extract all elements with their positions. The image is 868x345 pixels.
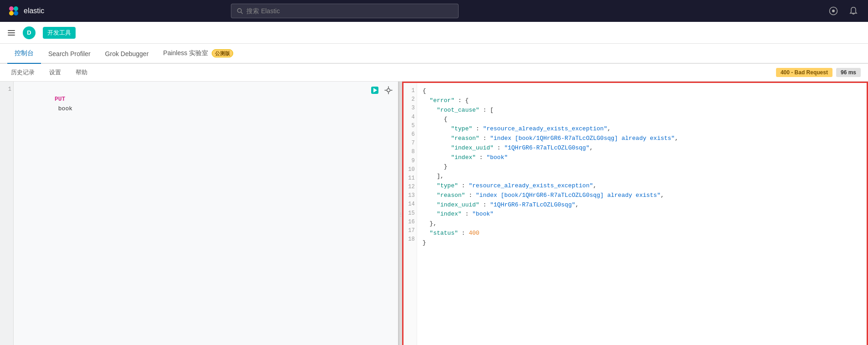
response-code-area: { "error" : { "root_cause" : [ { "type" … [417, 83, 867, 345]
toolbar-right: 400 - Bad Request 96 ms [776, 68, 861, 77]
top-nav: elastic [0, 0, 868, 22]
notification-nav-icon[interactable] [846, 4, 861, 18]
tab-console[interactable]: 控制台 [7, 44, 41, 64]
nav-icons [826, 4, 861, 18]
response-content: 123456789101112131415161718 { "error" : … [403, 83, 867, 345]
response-code-line: { [423, 87, 861, 96]
editor-panel: 1 PUT book [0, 82, 399, 345]
response-code-line: "index" : "book" [423, 210, 861, 219]
response-code-line: } [423, 162, 861, 172]
editor-code-area[interactable]: PUT book [14, 82, 398, 345]
tabs-bar: 控制台 Search Profiler Grok Debugger Painle… [0, 44, 868, 64]
response-code-line: "reason" : "index [book/1QHrGR6-R7aTLcOZ… [423, 134, 861, 144]
response-code-line: "error" : { [423, 96, 861, 106]
response-line-number: 1 [407, 87, 415, 95]
svg-point-0 [9, 6, 14, 11]
response-line-number: 6 [407, 130, 415, 139]
response-code-line: ], [423, 172, 861, 181]
status-badge: 400 - Bad Request [776, 68, 832, 77]
response-code-line: } [423, 238, 861, 248]
main-content: 1 PUT book [0, 82, 868, 345]
response-code-line: "reason" : "index [book/1QHrGR6-R7aTLcOZ… [423, 191, 861, 201]
svg-point-2 [9, 11, 14, 15]
response-line-number: 16 [407, 218, 415, 227]
dev-tools-button[interactable]: 开发工具 [43, 27, 76, 39]
response-code-line: "type" : "resource_already_exists_except… [423, 124, 861, 134]
response-line-number: 8 [407, 148, 415, 156]
response-line-numbers: 123456789101112131415161718 [403, 83, 417, 345]
editor-line-numbers: 1 [0, 82, 14, 345]
tab-grok-debugger[interactable]: Grok Debugger [98, 45, 156, 64]
response-line-number: 14 [407, 200, 415, 209]
help-button[interactable]: 帮助 [72, 67, 91, 78]
response-line-number: 9 [407, 157, 415, 165]
response-line-number: 7 [407, 139, 415, 148]
response-line-number: 12 [407, 183, 415, 191]
logo-area: elastic [7, 5, 44, 17]
svg-line-5 [241, 12, 242, 13]
history-button[interactable]: 历史记录 [7, 67, 38, 78]
response-code-line: "status" : 400 [423, 229, 861, 238]
help-nav-icon[interactable] [826, 4, 841, 18]
editor-actions [369, 84, 394, 96]
path-text: book [55, 105, 72, 112]
response-code-line: "index_uuid" : "1QHrGR6-R7aTLcOZLG0sqg", [423, 201, 861, 210]
svg-point-7 [832, 10, 835, 12]
response-code-line: "index" : "book" [423, 153, 861, 163]
run-button[interactable] [369, 84, 381, 96]
response-code-line [423, 248, 861, 257]
response-line-number: 2 [407, 95, 415, 104]
elastic-logo-text: elastic [24, 7, 44, 15]
toolbar: 历史记录 设置 帮助 400 - Bad Request 96 ms [0, 64, 868, 82]
method-keyword: PUT [55, 96, 65, 103]
tab-search-profiler[interactable]: Search Profiler [41, 45, 98, 64]
response-line-number: 5 [407, 122, 415, 130]
elastic-logo-icon [7, 5, 20, 17]
response-code-line: { [423, 115, 861, 124]
response-line-number: 13 [407, 191, 415, 200]
response-line-number: 4 [407, 113, 415, 122]
hamburger-button[interactable] [7, 29, 15, 37]
tab-painless-lab[interactable]: Painless 实验室 公测版 [156, 44, 240, 64]
global-search-bar[interactable] [231, 4, 459, 18]
response-line-number: 11 [407, 174, 415, 183]
settings-button[interactable]: 设置 [46, 67, 65, 78]
time-badge: 96 ms [836, 68, 861, 77]
svg-point-1 [14, 6, 18, 11]
response-code-line: "type" : "resource_already_exists_except… [423, 181, 861, 191]
line-number: 1 [4, 85, 11, 94]
response-line-number: 17 [407, 227, 415, 235]
response-code-line: "index_uuid" : "1QHrGR6-R7aTLcOZLG0sqg", [423, 144, 861, 153]
settings-wrench-button[interactable] [383, 84, 394, 96]
response-code-line: }, [423, 219, 861, 229]
search-icon [237, 8, 243, 14]
user-avatar[interactable]: D [23, 26, 36, 39]
response-code-line: "root_cause" : [ [423, 106, 861, 115]
response-panel: 123456789101112131415161718 { "error" : … [402, 82, 868, 345]
code-line-1: PUT book [19, 85, 393, 123]
beta-badge: 公测版 [212, 49, 233, 57]
response-line-number: 3 [407, 104, 415, 113]
response-line-number: 18 [407, 235, 415, 244]
search-input[interactable] [246, 7, 453, 15]
svg-point-3 [14, 11, 18, 15]
sub-nav: D 开发工具 [0, 22, 868, 44]
response-line-number: 10 [407, 165, 415, 174]
response-line-number: 15 [407, 209, 415, 218]
editor-content: 1 PUT book [0, 82, 398, 345]
